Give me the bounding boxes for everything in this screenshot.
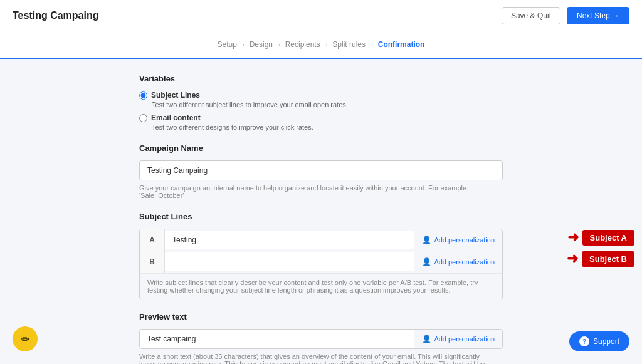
add-personalization-preview-button[interactable]: 👤 Add personalization bbox=[414, 335, 502, 343]
email-content-option: Email content Test two different designs… bbox=[139, 113, 503, 131]
edit-fab-button[interactable]: ✏ bbox=[13, 326, 38, 351]
progress-step-recipients[interactable]: Recipients bbox=[285, 40, 320, 49]
progress-step-design[interactable]: Design bbox=[250, 40, 273, 49]
arrow-icon-a: ➜ bbox=[567, 229, 579, 246]
chevron-icon-1: › bbox=[242, 41, 245, 48]
support-icon: ? bbox=[579, 336, 589, 346]
add-personalization-b-button[interactable]: 👤 Add personalization bbox=[414, 257, 502, 266]
preview-text-hint: Write a short text (about 35 characters)… bbox=[139, 353, 503, 364]
header: Testing Campaing Save & Quit Next Step → bbox=[0, 0, 642, 31]
person-icon-preview: 👤 bbox=[422, 335, 431, 343]
campaign-name-input[interactable] bbox=[139, 160, 503, 180]
campaign-name-title: Campaign Name bbox=[139, 143, 503, 153]
next-step-button[interactable]: Next Step → bbox=[567, 7, 629, 24]
email-content-label[interactable]: Email content bbox=[139, 113, 503, 122]
chevron-icon-4: › bbox=[371, 41, 373, 48]
page-title: Testing Campaing bbox=[13, 10, 99, 21]
person-icon-a: 👤 bbox=[422, 236, 431, 244]
chevron-icon-2: › bbox=[278, 41, 280, 48]
edit-icon: ✏ bbox=[21, 333, 29, 345]
progress-step-confirmation[interactable]: Confirmation bbox=[378, 40, 425, 49]
subject-row-b: B 👤 Add personalization bbox=[140, 251, 502, 273]
subject-label-b: B bbox=[140, 251, 165, 273]
progress-step-split-rules[interactable]: Split rules bbox=[332, 40, 366, 49]
subject-a-badge: Subject A bbox=[582, 230, 634, 246]
preview-text-section: Preview text 👤 Add personalization Write… bbox=[139, 312, 503, 364]
subject-lines-option: Subject Lines Test two different subject… bbox=[139, 91, 503, 108]
subject-lines-title: Subject Lines bbox=[139, 212, 503, 221]
email-content-radio[interactable] bbox=[139, 114, 147, 122]
add-personalization-a-button[interactable]: 👤 Add personalization bbox=[414, 236, 502, 244]
subject-input-a[interactable] bbox=[165, 231, 414, 249]
progress-bar: Setup › Design › Recipients › Split rule… bbox=[0, 31, 642, 59]
subject-lines-label[interactable]: Subject Lines bbox=[139, 91, 503, 100]
email-content-desc: Test two different designs to improve yo… bbox=[152, 123, 503, 131]
subject-row-a: A 👤 Add personalization bbox=[140, 229, 502, 251]
chevron-icon-3: › bbox=[325, 41, 328, 48]
subject-lines-desc: Test two different subject lines to impr… bbox=[152, 101, 503, 108]
preview-text-title: Preview text bbox=[139, 312, 503, 321]
campaign-name-section: Campaign Name Give your campaign an inte… bbox=[139, 143, 503, 199]
person-icon-b: 👤 bbox=[422, 257, 431, 266]
subject-label-a: A bbox=[140, 229, 165, 251]
annotation-subject-a: ➜ Subject A bbox=[567, 229, 634, 246]
arrow-icon-b: ➜ bbox=[567, 251, 578, 267]
preview-text-input[interactable] bbox=[140, 330, 414, 348]
campaign-name-hint: Give your campaign an internal name to h… bbox=[139, 184, 503, 199]
subject-lines-section: Subject Lines A 👤 Add personalization B … bbox=[139, 212, 503, 299]
subject-b-badge: Subject B bbox=[582, 251, 634, 267]
annotation-subject-b: ➜ Subject B bbox=[567, 251, 634, 267]
variables-radio-group: Subject Lines Test two different subject… bbox=[139, 91, 503, 131]
save-quit-button[interactable]: Save & Quit bbox=[502, 7, 560, 24]
subject-lines-box: A 👤 Add personalization B 👤 Add personal… bbox=[139, 229, 503, 299]
preview-text-field: 👤 Add personalization bbox=[139, 329, 503, 349]
variables-section: Variables Subject Lines Test two differe… bbox=[139, 74, 503, 131]
header-actions: Save & Quit Next Step → bbox=[502, 7, 629, 24]
subject-input-b[interactable] bbox=[165, 252, 414, 271]
subject-lines-hint: Write subject lines that clearly describ… bbox=[140, 273, 502, 299]
main-content: Variables Subject Lines Test two differe… bbox=[127, 59, 515, 364]
progress-step-setup[interactable]: Setup bbox=[218, 40, 237, 49]
variables-title: Variables bbox=[139, 74, 503, 83]
subject-lines-radio[interactable] bbox=[139, 91, 147, 100]
support-button[interactable]: ? Support bbox=[569, 331, 629, 351]
